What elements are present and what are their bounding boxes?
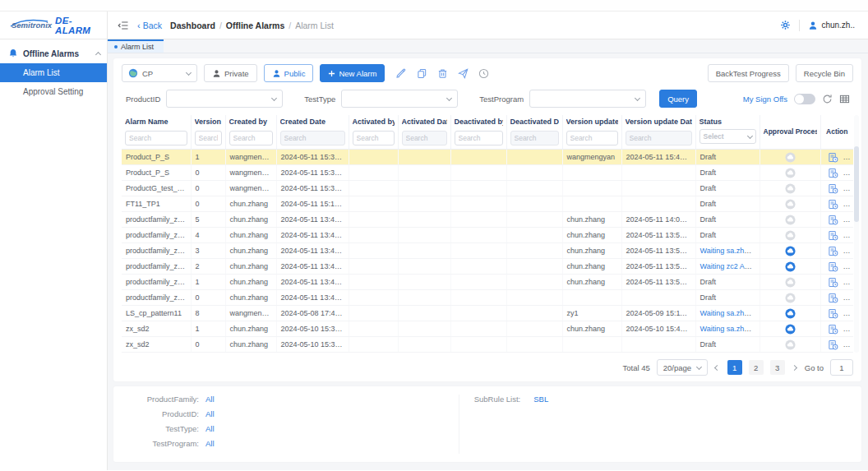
settings-gear-icon[interactable] <box>780 20 791 30</box>
approval-process-icon[interactable] <box>785 308 796 319</box>
refresh-icon[interactable] <box>822 94 833 104</box>
column-search-input[interactable] <box>566 131 618 145</box>
cell-activated-date <box>398 321 450 337</box>
new-alarm-button[interactable]: New Alarm <box>320 64 385 82</box>
version-history-icon[interactable] <box>828 277 838 288</box>
approval-process-icon[interactable] <box>785 293 796 303</box>
backtest-progress-button[interactable]: BackTest Progress <box>708 64 789 82</box>
bell-icon <box>8 48 18 58</box>
approval-process-icon[interactable] <box>785 230 796 241</box>
version-history-icon[interactable] <box>828 293 838 303</box>
version-history-icon[interactable] <box>828 183 838 194</box>
table-scrollbar[interactable] <box>854 115 859 353</box>
page-button-3[interactable]: 3 <box>770 360 785 375</box>
edit-pencil-icon[interactable] <box>396 68 407 79</box>
column-search-input[interactable] <box>229 131 273 145</box>
approval-process-icon[interactable] <box>785 324 796 335</box>
version-history-icon[interactable] <box>828 308 838 319</box>
version-history-icon[interactable] <box>828 246 838 256</box>
test-program-detail-label: TestProgram: <box>125 439 199 448</box>
cell-action <box>820 150 853 165</box>
approval-process-icon[interactable] <box>785 215 796 225</box>
cell-deactivated-by <box>450 306 506 321</box>
status-filter-select[interactable]: Select <box>699 129 756 144</box>
approval-process-icon[interactable] <box>785 261 796 272</box>
column-header: Deactivated by <box>450 115 506 150</box>
breadcrumb-dashboard[interactable]: Dashboard <box>170 21 215 30</box>
scope-select[interactable]: CP <box>122 64 197 82</box>
delete-trash-icon[interactable] <box>437 68 448 79</box>
table-row[interactable]: FT11_TP1 0 chun.zhang 2024-05-11 15:17:5… <box>122 196 853 212</box>
sidebar-item-approval-setting[interactable]: Approval Setting <box>0 82 107 101</box>
table-row[interactable]: productfamily_z1_1 2 chun.zhang 2024-05-… <box>122 259 853 275</box>
column-search-input[interactable] <box>280 131 345 145</box>
table-row[interactable]: LS_cp_pattern11 8 wangmengyan 2024-05-08… <box>122 306 853 321</box>
table-row[interactable]: Product_P_S 0 wangmengyan 2024-05-11 15:… <box>122 165 853 181</box>
product-id-select[interactable] <box>166 90 283 108</box>
alarm-table-wrap: Alarm NameVersionCreated byCreated DateA… <box>122 115 853 353</box>
cell-activated-by <box>349 259 398 275</box>
column-settings-grid-icon[interactable] <box>839 94 850 104</box>
version-history-icon[interactable] <box>828 168 838 178</box>
test-type-select[interactable] <box>341 90 458 108</box>
column-search-input[interactable] <box>125 131 187 145</box>
my-sign-offs-toggle[interactable] <box>794 94 815 104</box>
table-row[interactable]: Product_P_S 1 wangmengyan 2024-05-11 15:… <box>122 150 853 165</box>
table-row[interactable]: productfamily_z1_1 4 chun.zhang 2024-05-… <box>122 228 853 243</box>
sidebar-item-alarm-list[interactable]: Alarm List <box>0 63 107 82</box>
table-row[interactable]: productfamily_z1_1 1 chun.zhang 2024-05-… <box>122 275 853 290</box>
table-row[interactable]: productfamily_z1_1 0 chun.zhang 2024-05-… <box>122 290 853 306</box>
page-button-2[interactable]: 2 <box>749 360 764 375</box>
table-row[interactable]: productfamily_z1_1 3 chun.zhang 2024-05-… <box>122 243 853 259</box>
user-menu[interactable]: chun.zh.. <box>808 21 855 30</box>
approval-process-icon[interactable] <box>785 183 796 194</box>
copy-icon[interactable] <box>417 68 427 79</box>
column-search-input[interactable] <box>195 131 222 145</box>
approval-process-icon[interactable] <box>785 168 796 178</box>
version-history-icon[interactable] <box>828 215 838 225</box>
approval-process-icon[interactable] <box>785 152 796 163</box>
prev-page-arrow[interactable] <box>714 364 721 371</box>
column-search-input[interactable] <box>626 131 692 145</box>
scope-value: CP <box>142 69 153 78</box>
subrule-list-link[interactable]: SBL <box>533 395 548 404</box>
table-row[interactable]: productfamily_z1_1 5 chun.zhang 2024-05-… <box>122 212 853 228</box>
approval-process-icon[interactable] <box>785 277 796 288</box>
public-button[interactable]: Public <box>264 64 314 82</box>
back-button[interactable]: Back <box>137 21 162 30</box>
version-history-icon[interactable] <box>828 152 838 163</box>
page-size-select[interactable]: 20/page <box>657 359 708 376</box>
send-paper-plane-icon[interactable] <box>458 68 469 79</box>
version-history-icon[interactable] <box>828 199 838 210</box>
query-button[interactable]: Query <box>659 90 697 108</box>
table-row[interactable]: ProductG_test_rule 0 wangmengyan 2024-05… <box>122 181 853 196</box>
cell-created-date: 2024-05-11 15:37:44 <box>276 150 349 165</box>
history-clock-icon[interactable] <box>478 68 489 79</box>
column-search-input[interactable] <box>402 131 447 145</box>
test-program-select[interactable] <box>529 90 646 108</box>
private-button[interactable]: Private <box>204 64 257 82</box>
recycle-bin-button[interactable]: Recycle Bin <box>796 64 853 82</box>
version-history-icon[interactable] <box>828 324 838 335</box>
cell-created-by: wangmengyan <box>225 165 276 181</box>
approval-process-icon[interactable] <box>785 246 796 256</box>
next-page-arrow[interactable] <box>792 364 798 371</box>
topbar-divider <box>799 20 800 31</box>
table-row[interactable]: zx_sd2 1 chun.zhang 2024-05-10 15:39:36 … <box>122 321 853 337</box>
breadcrumb-offline-alarms[interactable]: Offline Alarms <box>226 21 284 30</box>
tab-alarm-list[interactable]: Alarm List <box>108 39 164 53</box>
sidebar-collapse-icon[interactable] <box>118 20 129 31</box>
page-button-1[interactable]: 1 <box>727 360 742 375</box>
version-history-icon[interactable] <box>828 339 838 350</box>
sidebar-group-offline-alarms[interactable]: Offline Alarms <box>0 44 107 63</box>
table-row[interactable]: zx_sd2 0 chun.zhang 2024-05-10 15:39:36 … <box>122 337 853 353</box>
column-search-input[interactable] <box>353 131 395 145</box>
goto-page-input[interactable] <box>830 359 853 376</box>
approval-process-icon[interactable] <box>785 199 796 210</box>
scrollbar-thumb[interactable] <box>854 146 859 222</box>
version-history-icon[interactable] <box>828 230 838 241</box>
column-search-input[interactable] <box>455 131 503 145</box>
approval-process-icon[interactable] <box>785 339 796 350</box>
version-history-icon[interactable] <box>828 261 838 272</box>
column-search-input[interactable] <box>510 131 559 145</box>
